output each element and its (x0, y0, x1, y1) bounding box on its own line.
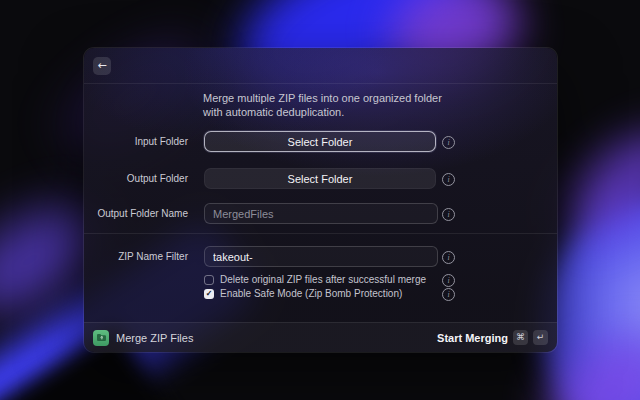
output-folder-name-input[interactable] (204, 203, 438, 224)
delete-originals-checkbox[interactable] (204, 275, 214, 285)
start-merging-button[interactable]: Start Merging (437, 332, 508, 344)
desktop-background: ← Merge multiple ZIP files into one orga… (0, 0, 640, 400)
delete-originals-info-icon[interactable]: i (442, 274, 455, 287)
back-button[interactable]: ← (93, 57, 111, 75)
footer-bar: Merge ZIP Files Start Merging ⌘ ↵ (84, 322, 557, 352)
folder-icon (96, 332, 107, 343)
output-folder-name-info-icon[interactable]: i (442, 208, 455, 221)
return-key-icon[interactable]: ↵ (533, 330, 548, 345)
input-folder-info-icon[interactable]: i (442, 136, 455, 149)
merge-zip-app-icon (93, 330, 109, 346)
merge-zip-window: ← Merge multiple ZIP files into one orga… (84, 48, 557, 352)
zip-name-filter-info-icon[interactable]: i (442, 251, 455, 264)
command-key-icon[interactable]: ⌘ (513, 330, 528, 345)
zip-name-filter-input[interactable] (204, 246, 438, 267)
safe-mode-label: Enable Safe Mode (Zip Bomb Protection) (220, 288, 402, 299)
output-folder-info-icon[interactable]: i (442, 173, 455, 186)
input-folder-select-button[interactable]: Select Folder (204, 131, 436, 152)
safe-mode-info-icon[interactable]: i (442, 288, 455, 301)
footer-app-name: Merge ZIP Files (116, 332, 193, 344)
output-folder-name-label: Output Folder Name (84, 208, 188, 219)
input-folder-label: Input Folder (84, 136, 188, 147)
delete-originals-label: Delete original ZIP files after successf… (220, 274, 426, 285)
output-folder-select-button[interactable]: Select Folder (204, 168, 436, 189)
footer-actions: Start Merging ⌘ ↵ (437, 330, 548, 345)
output-folder-label: Output Folder (84, 173, 188, 184)
wallpaper-purple-streak-right (549, 113, 640, 257)
zip-name-filter-label: ZIP Name Filter (84, 251, 188, 262)
titlebar: ← (84, 48, 557, 84)
section-divider (84, 233, 557, 234)
safe-mode-checkbox[interactable]: ✓ (204, 289, 214, 299)
description-text: Merge multiple ZIP files into one organi… (203, 91, 445, 119)
